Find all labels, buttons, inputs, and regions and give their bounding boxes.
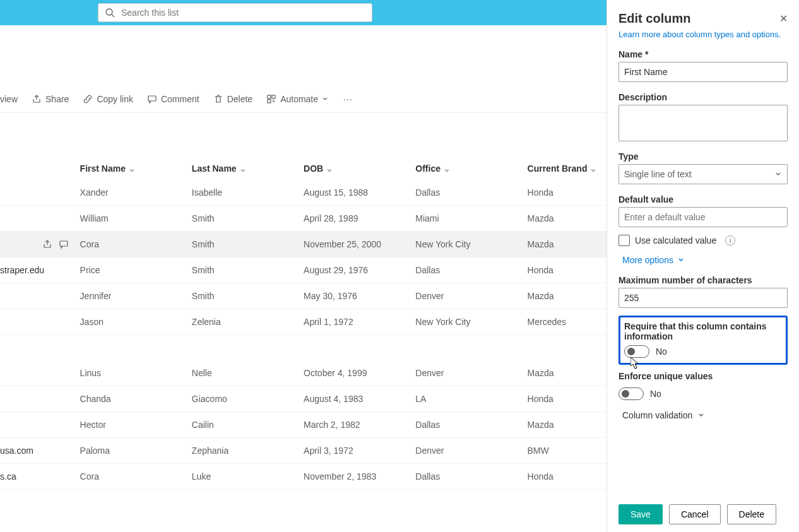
trash-icon [213, 94, 223, 104]
type-select[interactable]: Single line of text [618, 164, 788, 184]
max-chars-label: Maximum number of characters [618, 275, 788, 285]
cell: November 2, 1983 [304, 463, 415, 489]
cell: Denver [415, 360, 527, 386]
cell: Zelenia [192, 309, 304, 335]
comment-button[interactable]: Comment [142, 90, 204, 108]
cell: Denver [415, 437, 527, 463]
cell: Jason [80, 309, 192, 335]
comment-icon[interactable] [59, 239, 69, 249]
info-icon[interactable]: i [725, 235, 735, 245]
share-icon [32, 94, 42, 104]
use-calculated-checkbox[interactable] [618, 235, 630, 246]
cell: November 25, 2000 [304, 232, 415, 257]
link-icon [83, 94, 93, 104]
name-label: Name * [618, 49, 788, 59]
cell: Denver [415, 283, 527, 309]
cell: New York City [415, 232, 527, 257]
chevron-down-icon [697, 411, 705, 419]
enforce-unique-toggle[interactable] [618, 387, 644, 400]
description-input[interactable] [618, 105, 788, 141]
cell: Smith [192, 257, 304, 283]
cancel-button[interactable]: Cancel [669, 504, 721, 524]
view-item[interactable]: view [0, 90, 23, 108]
cell: Smith [192, 206, 304, 232]
max-chars-input[interactable] [618, 288, 788, 308]
cell: August 4, 1983 [304, 386, 415, 411]
cell: Dallas [415, 411, 527, 437]
learn-more-link[interactable]: Learn more about column types and option… [618, 30, 788, 39]
cell: Giacomo [192, 386, 304, 411]
svg-rect-2 [148, 96, 156, 101]
default-value-input[interactable] [618, 207, 788, 227]
automate-icon [266, 94, 276, 104]
cell: August 29, 1976 [304, 257, 415, 283]
cell: October 4, 1999 [304, 360, 415, 386]
svg-point-0 [106, 9, 112, 15]
column-header-dob[interactable]: DOB⌄ [304, 157, 415, 180]
cell: Miami [415, 206, 527, 232]
cell: Hector [80, 411, 192, 437]
more-options-toggle[interactable]: More options [618, 255, 788, 265]
copy-link-button[interactable]: Copy link [78, 90, 138, 108]
cell: Paloma [80, 437, 192, 463]
chevron-down-icon [774, 170, 782, 178]
name-input[interactable] [618, 62, 788, 82]
chevron-down-icon [677, 256, 685, 264]
cell: Nelle [192, 360, 304, 386]
cell: Cora [80, 232, 192, 257]
svg-rect-6 [60, 241, 68, 246]
comment-icon [147, 94, 157, 104]
require-info-section: Require that this column contains inform… [618, 316, 788, 365]
default-value-label: Default value [618, 194, 788, 204]
cell: New York City [415, 309, 527, 335]
cell: April 1, 1972 [304, 309, 415, 335]
delete-button[interactable]: Delete [208, 90, 257, 108]
cell: Dallas [415, 257, 527, 283]
svg-rect-3 [268, 95, 271, 98]
column-header-first-name[interactable]: First Name⌄ [80, 157, 192, 180]
enforce-unique-label: Enforce unique values [618, 371, 788, 381]
svg-rect-4 [272, 95, 275, 98]
share-button[interactable]: Share [27, 90, 74, 108]
panel-title: Edit column [618, 11, 690, 26]
cell: Xander [80, 180, 192, 206]
panel-delete-button[interactable]: Delete [727, 504, 776, 524]
cell: Dallas [415, 463, 527, 489]
svg-rect-5 [268, 100, 271, 103]
use-calculated-label: Use calculated value [635, 235, 716, 245]
cell: April 3, 1972 [304, 437, 415, 463]
cell: Chanda [80, 386, 192, 411]
column-header-office[interactable]: Office⌄ [415, 157, 527, 180]
cell: Cora [80, 463, 192, 489]
automate-button[interactable]: Automate [261, 90, 333, 108]
svg-line-1 [112, 15, 114, 17]
cell: Dallas [415, 180, 527, 206]
require-label: Require that this column contains inform… [624, 321, 781, 341]
cell: May 30, 1976 [304, 283, 415, 309]
cell: LA [415, 386, 527, 411]
chevron-down-icon [322, 96, 328, 102]
cell: April 28, 1989 [304, 206, 415, 232]
share-icon[interactable] [42, 239, 52, 249]
cell: Linus [80, 360, 192, 386]
cell: Smith [192, 232, 304, 257]
cell: Smith [192, 283, 304, 309]
cell: Jennifer [80, 283, 192, 309]
cell: Isabelle [192, 180, 304, 206]
cell: Cailin [192, 411, 304, 437]
search-input[interactable] [121, 8, 365, 18]
column-validation-toggle[interactable]: Column validation [618, 410, 788, 420]
more-commands-button[interactable]: ··· [337, 94, 359, 104]
save-button[interactable]: Save [618, 504, 663, 524]
enforce-toggle-value: No [650, 389, 661, 399]
cell: Zephania [192, 437, 304, 463]
require-toggle-value: No [656, 346, 667, 357]
close-icon[interactable]: ✕ [779, 13, 788, 25]
edit-column-panel: Edit column ✕ Learn more about column ty… [607, 0, 799, 532]
search-box[interactable] [98, 3, 372, 22]
cell: Luke [192, 463, 304, 489]
search-icon [105, 8, 115, 18]
column-header-last-name[interactable]: Last Name⌄ [192, 157, 304, 180]
require-toggle[interactable] [624, 345, 649, 358]
cell: March 2, 1982 [304, 411, 415, 437]
